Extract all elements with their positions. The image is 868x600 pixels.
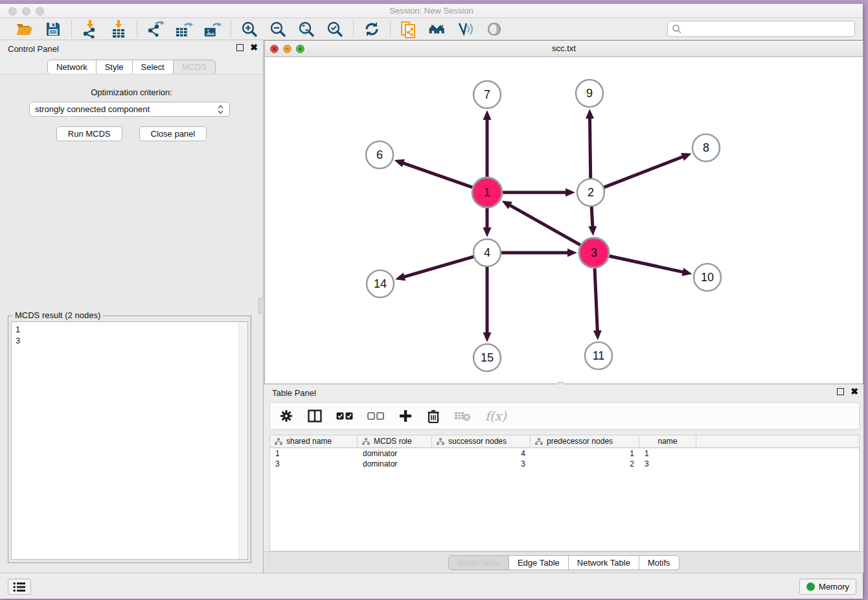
- column-header-successor-nodes[interactable]: successor nodes: [432, 435, 531, 447]
- network-window-title: scc.txt: [265, 43, 863, 53]
- table-row[interactable]: 1 dominator 4 1 1: [270, 448, 859, 459]
- node-table[interactable]: shared name MCDS role successor nodes pr…: [269, 435, 860, 551]
- first-neighbors-icon[interactable]: [428, 21, 446, 38]
- table-cell[interactable]: dominator: [358, 459, 432, 469]
- graph-edge-2-8[interactable]: [602, 156, 685, 188]
- table-panel: Table Panel ✖: [264, 384, 863, 573]
- mcds-result-title: MCDS result (2 nodes): [12, 310, 103, 320]
- graph-edge-3-11[interactable]: [595, 266, 597, 332]
- table-float-panel-icon[interactable]: [837, 388, 844, 395]
- graph-edge-arrowhead: [394, 159, 405, 167]
- graph-edge-2-9[interactable]: [589, 117, 590, 180]
- graph-edge-1-6[interactable]: [402, 163, 474, 188]
- run-mcds-button[interactable]: Run MCDS: [56, 126, 122, 141]
- graph-edge-3-10[interactable]: [608, 255, 685, 272]
- mcds-result-box: MCDS result (2 nodes) 1 3: [8, 316, 251, 563]
- column-header-mcds-role[interactable]: MCDS role: [358, 435, 432, 447]
- graph-edge-arrowhead: [565, 189, 575, 197]
- show-graphics-details-icon[interactable]: [457, 21, 475, 38]
- mcds-result-text[interactable]: 1 3: [11, 321, 248, 560]
- graph-edge-arrowhead: [682, 268, 692, 276]
- delete-table-icon[interactable]: [454, 406, 471, 426]
- import-network-icon[interactable]: [81, 21, 99, 38]
- close-panel-icon[interactable]: ✖: [250, 44, 258, 51]
- column-header-name[interactable]: name: [639, 435, 696, 447]
- graph-edge-2-3[interactable]: [591, 205, 593, 228]
- close-panel-button[interactable]: Close panel: [139, 126, 207, 141]
- export-network-icon[interactable]: [146, 21, 165, 38]
- graph-edge-arrowhead: [483, 332, 492, 342]
- table-cell[interactable]: 1: [531, 448, 639, 459]
- graph-node-label: 9: [586, 87, 593, 100]
- tab-select[interactable]: Select: [132, 60, 174, 75]
- deselect-all-checkboxes-icon[interactable]: [367, 406, 384, 426]
- optimization-criterion-select[interactable]: strongly connected component: [29, 102, 230, 117]
- list-icon: [13, 582, 26, 592]
- float-panel-icon[interactable]: [236, 44, 244, 51]
- graph-node-label: 7: [484, 88, 490, 101]
- zoom-out-icon[interactable]: [269, 21, 287, 38]
- status-bar: Memory: [0, 573, 863, 599]
- table-cell[interactable]: 3: [639, 459, 696, 469]
- settings-gear-icon[interactable]: [279, 406, 293, 426]
- search-field[interactable]: [667, 21, 855, 37]
- column-header-predecessor-nodes[interactable]: predecessor nodes: [531, 435, 639, 447]
- tab-edge-table[interactable]: Edge Table: [508, 555, 569, 570]
- graph-edge-4-14[interactable]: [403, 256, 475, 277]
- task-history-button[interactable]: [8, 579, 31, 595]
- app-window: Session: New Session: [0, 4, 863, 599]
- graph-edge-arrowhead: [567, 249, 577, 257]
- memory-label: Memory: [819, 582, 849, 592]
- graph-edge-arrowhead: [395, 273, 405, 281]
- open-file-icon[interactable]: [16, 21, 34, 38]
- save-session-icon[interactable]: [44, 21, 62, 38]
- graph-edge-arrowhead: [588, 226, 597, 236]
- export-table-icon[interactable]: [175, 21, 193, 38]
- graph-edge-arrowhead: [593, 330, 602, 340]
- main-toolbar: [0, 18, 863, 40]
- table-cell[interactable]: 2: [531, 459, 639, 469]
- refresh-layout-icon[interactable]: [363, 21, 381, 38]
- optimization-criterion-label: Optimization criterion:: [0, 87, 263, 97]
- network-canvas[interactable]: 7968124314101511: [265, 57, 863, 384]
- export-image-icon[interactable]: [203, 21, 222, 38]
- table-cell[interactable]: dominator: [358, 448, 432, 459]
- tab-network[interactable]: Network: [47, 60, 97, 75]
- function-builder-icon[interactable]: f(x): [485, 406, 507, 426]
- tab-network-table[interactable]: Network Table: [568, 555, 639, 570]
- search-input[interactable]: [682, 23, 854, 36]
- table-close-panel-icon[interactable]: ✖: [851, 388, 858, 395]
- import-table-icon[interactable]: [109, 21, 128, 38]
- add-column-icon[interactable]: [398, 406, 413, 426]
- zoom-selected-icon[interactable]: [326, 21, 344, 38]
- zoom-fit-icon[interactable]: [297, 21, 315, 38]
- table-cell[interactable]: 3: [432, 459, 531, 469]
- tab-mcds[interactable]: MCDS: [173, 60, 216, 75]
- vertical-splitter-handle[interactable]: [258, 298, 264, 314]
- tab-motifs[interactable]: Motifs: [639, 555, 680, 570]
- memory-button[interactable]: Memory: [799, 579, 856, 595]
- result-scrollbar[interactable]: [238, 322, 247, 559]
- graph-edge-3-1[interactable]: [508, 205, 582, 246]
- select-all-checkboxes-icon[interactable]: [336, 406, 353, 426]
- graph-node-label: 10: [701, 271, 714, 284]
- graph-node-label: 11: [593, 349, 605, 362]
- zoom-in-icon[interactable]: [240, 21, 258, 38]
- clone-network-icon[interactable]: [400, 21, 418, 38]
- column-header-shared-name[interactable]: shared name: [270, 435, 358, 447]
- table-cell[interactable]: 4: [432, 448, 531, 459]
- graph-node-label: 4: [484, 246, 490, 259]
- delete-column-icon[interactable]: [427, 406, 440, 426]
- tab-style[interactable]: Style: [96, 60, 133, 75]
- table-row[interactable]: 3 dominator 3 2 3: [270, 459, 859, 469]
- network-window-titlebar[interactable]: ✕ − + scc.txt: [265, 41, 863, 57]
- graph-node-label: 8: [703, 141, 709, 154]
- eye-icon[interactable]: [485, 21, 503, 38]
- tab-node-table[interactable]: Node Table: [448, 555, 509, 570]
- split-pane-icon[interactable]: [308, 406, 322, 426]
- memory-status-icon: [806, 583, 815, 591]
- selected-option: strongly connected component: [35, 104, 217, 114]
- table-cell[interactable]: 1: [270, 448, 358, 459]
- table-cell[interactable]: 3: [270, 459, 358, 469]
- table-cell[interactable]: 1: [639, 448, 696, 459]
